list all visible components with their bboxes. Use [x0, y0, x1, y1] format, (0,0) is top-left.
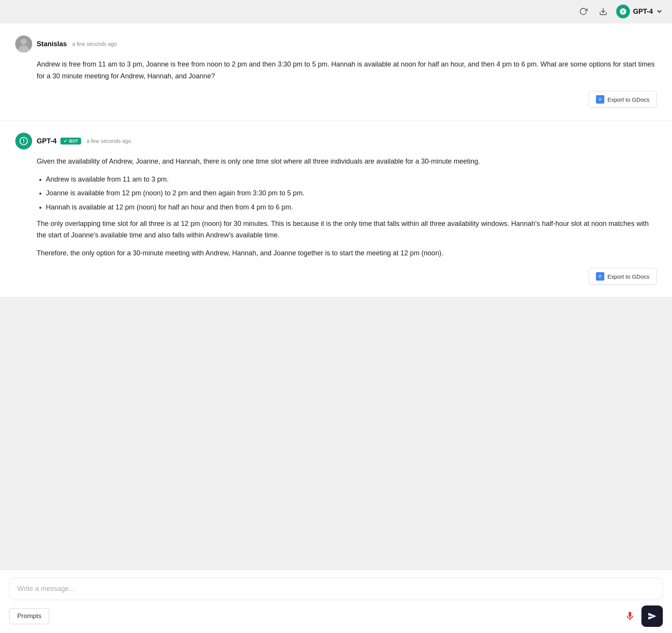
bot-badge-text: BOT	[69, 139, 78, 143]
checkmark-icon: ✓	[63, 138, 67, 144]
gpt4-avatar-icon	[616, 5, 630, 18]
bot-list-item-1: Andrew is available from 11 am to 3 pm.	[46, 174, 657, 185]
model-name: GPT-4	[633, 8, 653, 16]
user-message-header: Stanislas a few seconds ago	[15, 36, 657, 52]
chat-area: Stanislas a few seconds ago Andrew is fr…	[0, 23, 672, 433]
bot-para-2: The only overlapping time slot for all t…	[37, 218, 657, 241]
bot-badge: ✓ BOT	[60, 138, 81, 144]
bot-export-button[interactable]: Export to GDocs	[589, 268, 657, 285]
input-area: Write a message... Prompts	[0, 570, 672, 633]
message-input-box[interactable]: Write a message...	[9, 578, 663, 600]
bot-message-block: GPT-4 ✓ BOT a few seconds ago Given the …	[0, 120, 672, 297]
user-avatar	[15, 36, 32, 52]
bot-header-name-row: GPT-4 ✓ BOT a few seconds ago	[37, 137, 131, 145]
user-author-name: Stanislas	[37, 40, 67, 48]
download-button[interactable]	[596, 5, 610, 18]
user-message-content: Andrew is free from 11 am to 3 pm, Joann…	[37, 58, 657, 108]
gdocs-icon-2	[596, 272, 604, 281]
input-bottom-row: Prompts	[9, 605, 663, 627]
bot-export-row: Export to GDocs	[58, 268, 657, 285]
gdocs-icon	[596, 95, 604, 104]
send-button[interactable]	[641, 605, 663, 627]
send-arrow-icon	[648, 612, 657, 621]
empty-space	[0, 433, 672, 570]
prompts-button[interactable]: Prompts	[9, 608, 49, 624]
input-right-buttons	[625, 605, 663, 627]
user-export-button[interactable]: Export to GDocs	[589, 91, 657, 108]
user-message-text: Andrew is free from 11 am to 3 pm, Joann…	[37, 58, 657, 82]
svg-point-2	[21, 39, 27, 45]
input-placeholder: Write a message...	[17, 585, 75, 592]
top-bar: GPT-4	[0, 0, 672, 23]
bot-para-3: Therefore, the only option for a 30-minu…	[37, 247, 657, 259]
user-timestamp: a few seconds ago	[72, 41, 117, 47]
bot-list-item-3: Hannah is available at 12 pm (noon) for …	[46, 201, 657, 213]
bot-author-name: GPT-4	[37, 137, 57, 145]
model-selector[interactable]: GPT-4	[616, 5, 663, 18]
bot-export-label: Export to GDocs	[607, 273, 649, 280]
user-message-block: Stanislas a few seconds ago Andrew is fr…	[0, 23, 672, 120]
refresh-button[interactable]	[576, 5, 590, 18]
user-export-label: Export to GDocs	[607, 96, 649, 103]
user-header-name-row: Stanislas a few seconds ago	[37, 40, 117, 48]
bot-message-content: Given the availability of Andrew, Joanne…	[37, 156, 657, 285]
bot-para-1: Given the availability of Andrew, Joanne…	[37, 156, 657, 167]
bot-list: Andrew is available from 11 am to 3 pm. …	[46, 174, 657, 213]
user-export-row: Export to GDocs	[58, 91, 657, 108]
chevron-down-icon	[656, 8, 663, 15]
bot-avatar	[15, 133, 32, 149]
bot-list-item-2: Joanne is available from 12 pm (noon) to…	[46, 187, 657, 199]
bot-message-header: GPT-4 ✓ BOT a few seconds ago	[15, 133, 657, 149]
mic-button[interactable]	[625, 611, 635, 622]
bot-timestamp: a few seconds ago	[86, 138, 131, 144]
